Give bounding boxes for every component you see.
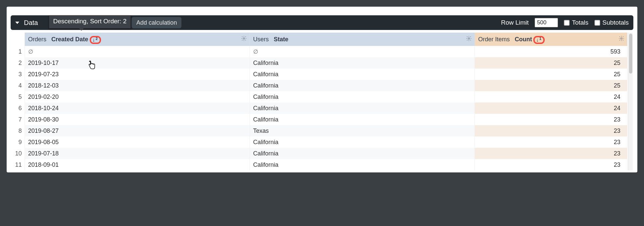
column-field: State xyxy=(274,36,288,43)
column-group: Orders xyxy=(28,36,47,43)
column-header-state[interactable]: Users State xyxy=(250,33,475,46)
table-row[interactable]: 82019-08-27Texas23 xyxy=(11,125,627,136)
null-icon: ∅ xyxy=(253,49,258,55)
totals-toggle[interactable]: Totals xyxy=(564,19,589,26)
gear-icon xyxy=(241,36,247,42)
sort-tooltip: Descending, Sort Order: 2 xyxy=(49,15,131,29)
cell-state[interactable]: California xyxy=(250,91,475,103)
cell-count[interactable]: 25 xyxy=(475,57,627,69)
table-row[interactable]: 62018-10-24California24 xyxy=(11,103,627,114)
svg-point-1 xyxy=(468,38,470,39)
table-row[interactable]: 92019-08-05California23 xyxy=(11,136,627,148)
column-group: Users xyxy=(253,36,269,43)
arrow-down-icon: ↓ xyxy=(92,37,95,43)
cell-created-date[interactable]: 2018-09-01 xyxy=(25,159,250,170)
null-icon: ∅ xyxy=(28,49,33,55)
column-settings-button[interactable] xyxy=(466,36,472,43)
sort-indicator[interactable]: ↓ 1 xyxy=(534,37,544,43)
subtotals-toggle[interactable]: Subtotals xyxy=(594,19,629,26)
cell-state[interactable]: California xyxy=(250,114,475,125)
column-field: Created Date xyxy=(52,36,88,43)
totals-label: Totals xyxy=(572,19,589,26)
column-settings-button[interactable] xyxy=(241,36,247,43)
cell-state[interactable]: California xyxy=(250,57,475,69)
cell-created-date[interactable]: 2019-02-20 xyxy=(25,91,250,103)
row-limit-label: Row Limit xyxy=(501,19,529,26)
column-settings-button[interactable] xyxy=(618,36,624,43)
cell-count[interactable]: 23 xyxy=(475,125,627,136)
toolbar-title: Data xyxy=(24,19,38,27)
cell-created-date[interactable]: 2019-07-18 xyxy=(25,148,250,159)
cell-state[interactable]: California xyxy=(250,148,475,159)
row-number: 4 xyxy=(11,80,25,91)
table-wrap: Orders Created Date ↓ 2 Users xyxy=(11,33,633,170)
table-row[interactable]: 1∅∅593 xyxy=(11,46,627,57)
row-number: 8 xyxy=(11,125,25,136)
cell-created-date[interactable]: 2018-10-24 xyxy=(25,103,250,114)
svg-point-0 xyxy=(243,38,245,39)
sort-order-number: 2 xyxy=(96,37,98,41)
cell-count[interactable]: 593 xyxy=(475,46,627,57)
cell-state[interactable]: California xyxy=(250,103,475,114)
column-header-count[interactable]: Order Items Count ↓ 1 xyxy=(475,33,627,46)
cell-state[interactable]: ∅ xyxy=(250,46,475,57)
cell-created-date[interactable]: 2019-08-05 xyxy=(25,136,250,148)
row-number: 5 xyxy=(11,91,25,103)
table-row[interactable]: 112018-09-01California23 xyxy=(11,159,627,170)
row-number: 10 xyxy=(11,148,25,159)
table-row[interactable]: 32019-07-23California25 xyxy=(11,69,627,80)
cell-created-date[interactable]: 2019-08-30 xyxy=(25,114,250,125)
cell-state[interactable]: Texas xyxy=(250,125,475,136)
cell-created-date[interactable]: ∅ xyxy=(25,46,250,57)
cell-count[interactable]: 25 xyxy=(475,80,627,91)
rownum-header xyxy=(11,33,25,46)
cell-created-date[interactable]: 2019-08-27 xyxy=(25,125,250,136)
scrollbar-thumb[interactable] xyxy=(629,34,632,74)
cell-count[interactable]: 23 xyxy=(475,136,627,148)
cell-created-date[interactable]: 2018-12-03 xyxy=(25,80,250,91)
cell-count[interactable]: 23 xyxy=(475,148,627,159)
caret-down-icon[interactable] xyxy=(15,22,19,24)
toolbar-right: Row Limit Totals Subtotals xyxy=(501,18,629,27)
cell-count[interactable]: 25 xyxy=(475,69,627,80)
svg-point-2 xyxy=(621,38,622,39)
cell-count[interactable]: 23 xyxy=(475,114,627,125)
row-number: 7 xyxy=(11,114,25,125)
table-row[interactable]: 42018-12-03California25 xyxy=(11,80,627,91)
subtotals-label: Subtotals xyxy=(602,19,629,26)
cell-count[interactable]: 23 xyxy=(475,159,627,170)
add-calculation-button[interactable]: Add calculation xyxy=(132,17,181,28)
row-number: 2 xyxy=(11,57,25,69)
header-row: Orders Created Date ↓ 2 Users xyxy=(11,33,627,46)
table-row[interactable]: 22019-10-17California25 xyxy=(11,57,627,69)
arrow-down-icon: ↓ xyxy=(536,37,539,43)
vertical-scrollbar[interactable] xyxy=(628,33,633,170)
table-row[interactable]: 102019-07-18California23 xyxy=(11,148,627,159)
data-toolbar: Data Results SQL Add calculation Descend… xyxy=(11,15,633,30)
cell-state[interactable]: California xyxy=(250,69,475,80)
sort-indicator[interactable]: ↓ 2 xyxy=(91,37,100,43)
cell-created-date[interactable]: 2019-10-17 xyxy=(25,57,250,69)
row-number: 6 xyxy=(11,103,25,114)
row-number: 3 xyxy=(11,69,25,80)
row-number: 1 xyxy=(11,46,25,57)
gear-icon xyxy=(618,36,624,42)
checkbox-icon xyxy=(564,20,570,26)
column-header-created-date[interactable]: Orders Created Date ↓ 2 xyxy=(25,33,250,46)
row-number: 11 xyxy=(11,159,25,170)
table-row[interactable]: 52019-02-20California24 xyxy=(11,91,627,103)
cell-state[interactable]: California xyxy=(250,136,475,148)
sort-tooltip-text: Descending, Sort Order: 2 xyxy=(53,18,127,25)
cell-created-date[interactable]: 2019-07-23 xyxy=(25,69,250,80)
results-table: Orders Created Date ↓ 2 Users xyxy=(11,33,627,170)
row-number: 9 xyxy=(11,136,25,148)
table-body: 1∅∅59322019-10-17California2532019-07-23… xyxy=(11,46,627,170)
cell-count[interactable]: 24 xyxy=(475,103,627,114)
cell-count[interactable]: 24 xyxy=(475,91,627,103)
cell-state[interactable]: California xyxy=(250,159,475,170)
app-frame: Data Results SQL Add calculation Descend… xyxy=(7,7,637,172)
table-row[interactable]: 72019-08-30California23 xyxy=(11,114,627,125)
cell-state[interactable]: California xyxy=(250,80,475,91)
row-limit-input[interactable] xyxy=(535,18,558,27)
sort-order-number: 1 xyxy=(539,37,541,41)
